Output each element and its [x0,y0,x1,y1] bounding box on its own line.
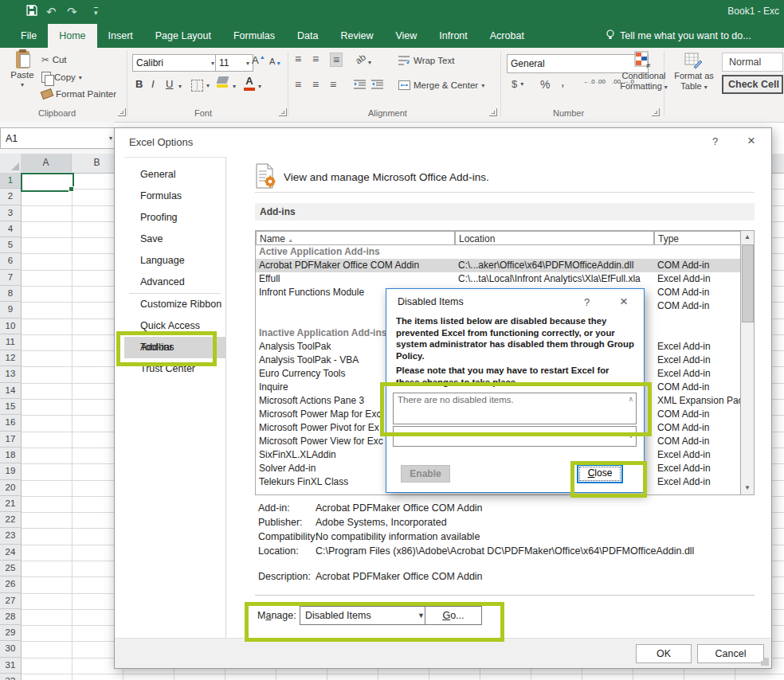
selected-cell-a1[interactable] [21,173,74,192]
cut-button[interactable]: ✂ Cut [41,54,67,65]
conditional-formatting-button[interactable]: ≠ Conditional Formatting ▾ [626,51,661,91]
bold-button[interactable]: B [135,78,143,90]
row-header[interactable]: 10 [0,319,22,334]
row-header[interactable]: 27 [0,593,22,609]
name-box[interactable]: A1 ▾ [0,127,118,149]
clipboard-dialog-launcher-icon[interactable] [118,108,126,116]
row-header[interactable]: 25 [0,561,22,576]
increase-decimal-button[interactable]: ←.0 .00 [583,78,606,85]
underline-button[interactable]: U [166,78,173,90]
font-color-chevron-icon[interactable]: ▾ [258,83,261,90]
font-color-button[interactable]: A [244,75,255,91]
row-header[interactable]: 14 [0,383,22,399]
row-header[interactable]: 20 [0,480,22,496]
tab-infront[interactable]: Infront [428,24,478,48]
italic-button[interactable]: I [151,78,155,90]
help-icon[interactable]: ? [712,135,718,147]
tab-data[interactable]: Data [286,24,329,48]
disabled-items-listbox-lower[interactable]: ∨ [393,426,637,447]
sidebar-item-save[interactable]: Save [124,229,225,250]
alignment-dialog-launcher-icon[interactable] [489,108,497,116]
row-header[interactable]: 22 [0,512,22,528]
sidebar-item-advanced[interactable]: Advanced [124,272,225,293]
addin-row[interactable]: Acrobat PDFMaker Office COM AddinC:\...a… [256,259,741,272]
align-right-button[interactable]: ≡ [330,78,336,91]
column-header-location[interactable]: Location [455,231,654,245]
addin-row[interactable]: EffullC:\...ta\Local\Infront Analytics\X… [256,272,741,286]
column-header-a[interactable]: A [21,154,72,172]
tab-insert[interactable]: Insert [97,24,144,48]
sidebar-item-customize-ribbon[interactable]: Customize Ribbon [124,294,225,315]
tell-me-box[interactable]: Tell me what you want to do... [606,24,751,48]
copy-button[interactable]: Copy ▾ [41,72,82,83]
close-icon[interactable]: × [747,133,755,149]
scrollbar-thumb[interactable] [742,244,754,322]
select-all-corner[interactable] [0,154,22,172]
row-header[interactable]: 19 [0,463,22,479]
row-header[interactable]: 6 [0,253,22,269]
addin-row[interactable]: Active Application Add-ins [256,245,741,259]
row-header[interactable]: 30 [0,641,22,657]
row-header[interactable]: 15 [0,399,22,415]
cell-style-normal[interactable]: Normal [722,53,783,72]
row-header[interactable]: 17 [0,432,22,447]
paste-button[interactable]: Paste ▾ [6,51,38,88]
sidebar-item-general[interactable]: General [124,164,225,186]
number-dialog-launcher-icon[interactable] [652,108,660,116]
row-header[interactable]: 8 [0,286,22,302]
row-header[interactable]: 32 [0,674,22,680]
enable-button[interactable]: Enable [401,465,450,483]
undo-icon[interactable]: ↶ [46,4,57,20]
font-size-combo[interactable]: 11▾ [215,54,253,72]
customize-quick-access-icon[interactable]: ▾ [94,7,98,18]
tab-page-layout[interactable]: Page Layout [144,24,222,48]
decrease-indent-button[interactable] [354,80,366,89]
row-header[interactable]: 13 [0,366,22,382]
save-icon[interactable] [25,4,38,21]
fill-color-button[interactable] [217,76,228,88]
sidebar-item-add-ins[interactable]: Add-ins [124,337,225,358]
row-header[interactable]: 16 [0,415,22,431]
increase-indent-button[interactable] [371,80,383,89]
close-icon[interactable]: × [620,294,628,310]
row-header[interactable]: 5 [0,237,22,253]
orientation-button[interactable]: ab [354,52,367,65]
tab-acrobat[interactable]: Acrobat [479,24,535,48]
close-button[interactable]: Close [577,464,623,483]
row-header[interactable]: 12 [0,350,22,366]
row-header[interactable]: 11 [0,334,22,350]
ok-button[interactable]: OK [636,644,692,663]
column-header-type[interactable]: Type [654,231,742,245]
scroll-down-icon[interactable]: ∨ [628,432,633,440]
cell-style-check-cell[interactable]: Check Cell [722,75,783,94]
tab-formulas[interactable]: Formulas [222,24,286,48]
center-button[interactable]: ≡ [312,78,319,91]
borders-button[interactable]: ▾ [191,80,210,92]
row-header[interactable]: 24 [0,545,22,561]
row-header[interactable]: 18 [0,447,22,463]
tab-view[interactable]: View [384,24,428,48]
shrink-font-button[interactable]: A▼ [269,56,281,66]
grow-font-button[interactable]: A▲ [252,54,265,66]
disabled-items-listbox[interactable]: There are no disabled items. ∧ [393,393,637,424]
row-header[interactable]: 7 [0,270,22,286]
row-header[interactable]: 29 [0,625,22,641]
percent-style-button[interactable]: % [540,78,550,91]
row-header[interactable]: 1 [0,173,22,189]
row-header[interactable]: 2 [0,189,22,205]
row-header[interactable]: 28 [0,609,22,625]
bottom-align-button[interactable]: ≡ [330,53,343,67]
tab-file[interactable]: File [10,24,48,48]
cancel-button[interactable]: Cancel [697,644,764,663]
wrap-text-button[interactable]: Wrap Text [398,56,454,65]
tab-home[interactable]: Home [48,24,96,48]
font-name-combo[interactable]: Calibri▾ [132,54,218,72]
comma-style-button[interactable]: , [561,75,564,89]
orientation-chevron-icon[interactable]: ▾ [368,59,371,66]
row-header[interactable]: 21 [0,496,22,512]
sidebar-item-quick-access-toolbar[interactable]: Quick Access Toolbar [124,315,225,337]
scroll-down-icon[interactable]: ▼ [741,482,754,494]
help-icon[interactable]: ? [584,296,590,308]
row-header[interactable]: 31 [0,658,22,674]
top-align-button[interactable]: ≡ [295,53,301,65]
